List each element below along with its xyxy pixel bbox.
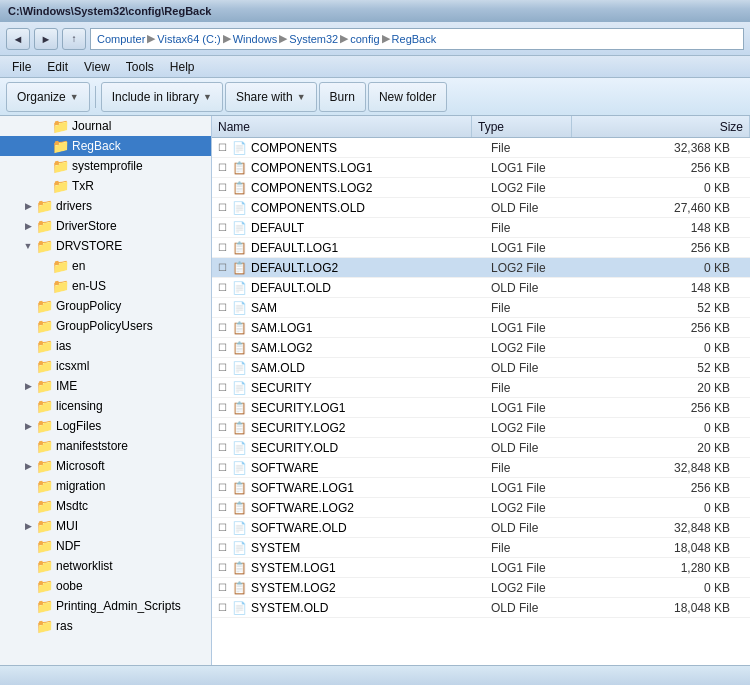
- expand-icon[interactable]: ▶: [20, 198, 36, 214]
- table-row[interactable]: ☐ 📋 SOFTWARE.LOG1 LOG1 File 256 KB: [212, 478, 750, 498]
- sidebar-item-logfiles[interactable]: ▶📁LogFiles: [0, 416, 211, 436]
- table-row[interactable]: ☐ 📋 DEFAULT.LOG2 LOG2 File 0 KB: [212, 258, 750, 278]
- expand-icon[interactable]: ▶: [20, 458, 36, 474]
- menu-edit[interactable]: Edit: [39, 58, 76, 76]
- sidebar-item-manifeststore[interactable]: 📁manifeststore: [0, 436, 211, 456]
- file-checkbox[interactable]: ☐: [212, 382, 232, 393]
- table-row[interactable]: ☐ 📄 SOFTWARE File 32,848 KB: [212, 458, 750, 478]
- file-checkbox[interactable]: ☐: [212, 302, 232, 313]
- file-checkbox[interactable]: ☐: [212, 482, 232, 493]
- file-checkbox[interactable]: ☐: [212, 402, 232, 413]
- table-row[interactable]: ☐ 📄 SYSTEM.OLD OLD File 18,048 KB: [212, 598, 750, 618]
- sidebar-item-microsoft[interactable]: ▶📁Microsoft: [0, 456, 211, 476]
- table-row[interactable]: ☐ 📄 SOFTWARE.OLD OLD File 32,848 KB: [212, 518, 750, 538]
- table-row[interactable]: ☐ 📋 DEFAULT.LOG1 LOG1 File 256 KB: [212, 238, 750, 258]
- sidebar-item-ias[interactable]: 📁ias: [0, 336, 211, 356]
- path-system32[interactable]: System32: [289, 33, 338, 45]
- file-checkbox[interactable]: ☐: [212, 202, 232, 213]
- menu-help[interactable]: Help: [162, 58, 203, 76]
- table-row[interactable]: ☐ 📄 SAM File 52 KB: [212, 298, 750, 318]
- expand-icon[interactable]: ▼: [20, 238, 36, 254]
- table-row[interactable]: ☐ 📋 SAM.LOG1 LOG1 File 256 KB: [212, 318, 750, 338]
- table-row[interactable]: ☐ 📄 COMPONENTS File 32,368 KB: [212, 138, 750, 158]
- sidebar-item-ime[interactable]: ▶📁IME: [0, 376, 211, 396]
- table-row[interactable]: ☐ 📄 DEFAULT.OLD OLD File 148 KB: [212, 278, 750, 298]
- file-checkbox[interactable]: ☐: [212, 602, 232, 613]
- sidebar-item-grouppolicy[interactable]: 📁GroupPolicy: [0, 296, 211, 316]
- include-in-library-button[interactable]: Include in library ▼: [101, 82, 223, 112]
- table-row[interactable]: ☐ 📋 SYSTEM.LOG1 LOG1 File 1,280 KB: [212, 558, 750, 578]
- table-row[interactable]: ☐ 📄 SECURITY.OLD OLD File 20 KB: [212, 438, 750, 458]
- share-with-button[interactable]: Share with ▼: [225, 82, 317, 112]
- sidebar-item-journal[interactable]: 📁Journal: [0, 116, 211, 136]
- sidebar-item-regback[interactable]: 📁RegBack: [0, 136, 211, 156]
- table-row[interactable]: ☐ 📄 COMPONENTS.OLD OLD File 27,460 KB: [212, 198, 750, 218]
- sidebar-item-drvstore[interactable]: ▼📁DRVSTORE: [0, 236, 211, 256]
- file-checkbox[interactable]: ☐: [212, 502, 232, 513]
- menu-tools[interactable]: Tools: [118, 58, 162, 76]
- sidebar-item-ras[interactable]: 📁ras: [0, 616, 211, 636]
- burn-button[interactable]: Burn: [319, 82, 366, 112]
- path-regback[interactable]: RegBack: [392, 33, 437, 45]
- column-type[interactable]: Type: [472, 116, 572, 137]
- file-checkbox[interactable]: ☐: [212, 562, 232, 573]
- sidebar-item-mui[interactable]: ▶📁MUI: [0, 516, 211, 536]
- file-checkbox[interactable]: ☐: [212, 342, 232, 353]
- file-checkbox[interactable]: ☐: [212, 522, 232, 533]
- expand-icon[interactable]: ▶: [20, 418, 36, 434]
- new-folder-button[interactable]: New folder: [368, 82, 447, 112]
- file-checkbox[interactable]: ☐: [212, 322, 232, 333]
- file-checkbox[interactable]: ☐: [212, 222, 232, 233]
- file-checkbox[interactable]: ☐: [212, 162, 232, 173]
- sidebar-item-driverstore[interactable]: ▶📁DriverStore: [0, 216, 211, 236]
- forward-button[interactable]: ►: [34, 28, 58, 50]
- table-row[interactable]: ☐ 📋 SYSTEM.LOG2 LOG2 File 0 KB: [212, 578, 750, 598]
- file-checkbox[interactable]: ☐: [212, 182, 232, 193]
- expand-icon[interactable]: ▶: [20, 218, 36, 234]
- expand-icon[interactable]: ▶: [20, 378, 36, 394]
- column-size[interactable]: Size: [572, 116, 750, 137]
- file-checkbox[interactable]: ☐: [212, 262, 232, 273]
- column-name[interactable]: Name: [212, 116, 472, 137]
- sidebar-item-txr[interactable]: 📁TxR: [0, 176, 211, 196]
- path-drive[interactable]: Vistax64 (C:): [157, 33, 220, 45]
- organize-button[interactable]: Organize ▼: [6, 82, 90, 112]
- file-checkbox[interactable]: ☐: [212, 242, 232, 253]
- table-row[interactable]: ☐ 📋 SOFTWARE.LOG2 LOG2 File 0 KB: [212, 498, 750, 518]
- file-checkbox[interactable]: ☐: [212, 282, 232, 293]
- file-checkbox[interactable]: ☐: [212, 422, 232, 433]
- table-row[interactable]: ☐ 📋 SECURITY.LOG1 LOG1 File 256 KB: [212, 398, 750, 418]
- table-row[interactable]: ☐ 📋 SECURITY.LOG2 LOG2 File 0 KB: [212, 418, 750, 438]
- sidebar-item-msdtc[interactable]: 📁Msdtc: [0, 496, 211, 516]
- file-checkbox[interactable]: ☐: [212, 542, 232, 553]
- table-row[interactable]: ☐ 📄 SECURITY File 20 KB: [212, 378, 750, 398]
- sidebar-item-systemprofile[interactable]: 📁systemprofile: [0, 156, 211, 176]
- sidebar-item-networklist[interactable]: 📁networklist: [0, 556, 211, 576]
- sidebar-item-grouppolicyusers[interactable]: 📁GroupPolicyUsers: [0, 316, 211, 336]
- sidebar-item-migration[interactable]: 📁migration: [0, 476, 211, 496]
- sidebar-item-en-us[interactable]: 📁en-US: [0, 276, 211, 296]
- sidebar-item-printing-admin[interactable]: 📁Printing_Admin_Scripts: [0, 596, 211, 616]
- table-row[interactable]: ☐ 📋 COMPONENTS.LOG1 LOG1 File 256 KB: [212, 158, 750, 178]
- back-button[interactable]: ◄: [6, 28, 30, 50]
- file-checkbox[interactable]: ☐: [212, 142, 232, 153]
- file-checkbox[interactable]: ☐: [212, 442, 232, 453]
- menu-view[interactable]: View: [76, 58, 118, 76]
- table-row[interactable]: ☐ 📋 COMPONENTS.LOG2 LOG2 File 0 KB: [212, 178, 750, 198]
- file-checkbox[interactable]: ☐: [212, 582, 232, 593]
- sidebar-item-icsxml[interactable]: 📁icsxml: [0, 356, 211, 376]
- sidebar-item-ndf[interactable]: 📁NDF: [0, 536, 211, 556]
- sidebar-item-licensing[interactable]: 📁licensing: [0, 396, 211, 416]
- menu-file[interactable]: File: [4, 58, 39, 76]
- file-checkbox[interactable]: ☐: [212, 462, 232, 473]
- table-row[interactable]: ☐ 📋 SAM.LOG2 LOG2 File 0 KB: [212, 338, 750, 358]
- expand-icon[interactable]: ▶: [20, 518, 36, 534]
- sidebar-item-en[interactable]: 📁en: [0, 256, 211, 276]
- sidebar-item-oobe[interactable]: 📁oobe: [0, 576, 211, 596]
- path-windows[interactable]: Windows: [233, 33, 278, 45]
- table-row[interactable]: ☐ 📄 DEFAULT File 148 KB: [212, 218, 750, 238]
- table-row[interactable]: ☐ 📄 SAM.OLD OLD File 52 KB: [212, 358, 750, 378]
- table-row[interactable]: ☐ 📄 SYSTEM File 18,048 KB: [212, 538, 750, 558]
- path-config[interactable]: config: [350, 33, 379, 45]
- sidebar-item-drivers[interactable]: ▶📁drivers: [0, 196, 211, 216]
